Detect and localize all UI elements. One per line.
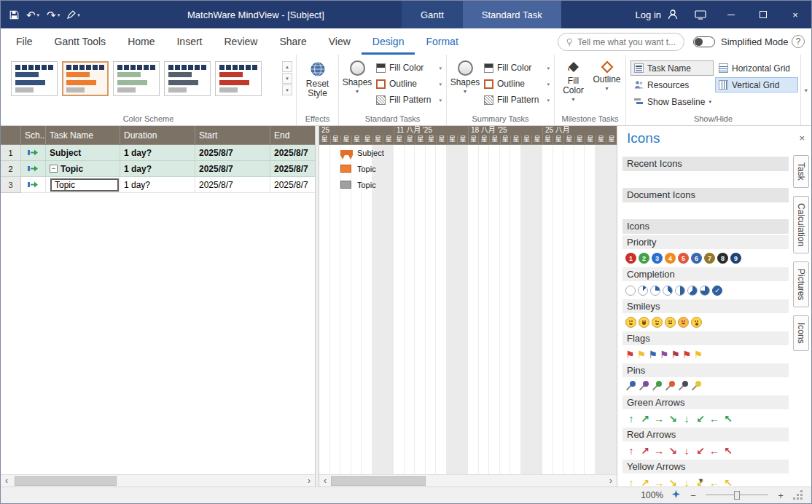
flag-icon[interactable]: ⚑: [660, 350, 669, 360]
arrow-icon[interactable]: ←: [708, 413, 720, 425]
icon-group-red-arrows[interactable]: Red Arrows: [622, 428, 789, 441]
standard-outline-button[interactable]: Outline ▾: [374, 76, 444, 91]
completion-icon[interactable]: [675, 286, 685, 296]
task-bar[interactable]: [340, 165, 351, 173]
arrow-icon[interactable]: ↓: [681, 413, 692, 425]
color-scheme-option-1[interactable]: [11, 61, 58, 96]
arrow-icon[interactable]: ↘: [667, 413, 679, 425]
start-date-cell[interactable]: 2025/8/7: [195, 177, 270, 193]
arrow-icon[interactable]: ↘: [667, 445, 679, 457]
pin-icon[interactable]: [625, 381, 636, 392]
gallery-down-button[interactable]: ▾: [282, 73, 292, 84]
ribbon-tab-gantt-tools[interactable]: Gantt Tools: [44, 28, 117, 55]
priority-4-icon[interactable]: 4: [665, 253, 676, 264]
login-button[interactable]: Log in: [628, 1, 686, 28]
table-header-task-name[interactable]: Task Name: [46, 126, 120, 144]
end-date-cell[interactable]: 2025/8/7: [270, 145, 315, 161]
scheduling-mode-cell[interactable]: [21, 145, 46, 161]
arrow-icon[interactable]: ↑: [625, 413, 637, 425]
task-name-cell[interactable]: Subject: [46, 145, 120, 161]
view-tab-standard-task[interactable]: Standard Task: [463, 1, 561, 28]
chevron-down-icon[interactable]: ▾: [58, 12, 60, 17]
arrow-icon[interactable]: →: [653, 445, 665, 457]
completion-icon[interactable]: [700, 286, 710, 296]
summary-bar[interactable]: [340, 150, 353, 155]
table-row[interactable]: 1 Subject 1 day? 2025/8/7 2025/8/7: [1, 145, 315, 161]
color-scheme-option-5[interactable]: [215, 61, 262, 96]
color-scheme-option-2[interactable]: [62, 61, 109, 96]
ribbon-tab-insert[interactable]: Insert: [165, 28, 213, 55]
panel-close-button[interactable]: ×: [799, 133, 805, 143]
close-button[interactable]: ×: [779, 1, 811, 28]
arrow-icon[interactable]: →: [653, 413, 665, 425]
row-number[interactable]: 3: [1, 177, 21, 193]
flag-icon[interactable]: ⚑: [682, 350, 692, 360]
task-name-cell[interactable]: Topic: [46, 177, 120, 193]
end-date-cell[interactable]: 2025/8/7: [270, 161, 315, 177]
gallery-more-button[interactable]: ▾: [282, 84, 292, 95]
flag-icon[interactable]: ⚑: [648, 350, 657, 360]
arrow-icon[interactable]: ↓: [681, 445, 692, 457]
table-header-end[interactable]: End: [270, 126, 315, 144]
gallery-up-button[interactable]: ▴: [282, 61, 292, 72]
priority-7-icon[interactable]: 7: [704, 253, 715, 264]
tell-me-search[interactable]: Tell me what you want t...: [558, 33, 684, 51]
scroll-left-arrow[interactable]: ‹: [1, 475, 12, 487]
arrow-icon[interactable]: ↗: [639, 413, 651, 425]
arrow-icon[interactable]: ↙: [695, 413, 706, 425]
flag-icon[interactable]: ⚑: [625, 350, 635, 360]
minimize-button[interactable]: [715, 1, 747, 28]
resize-grip[interactable]: [793, 491, 803, 500]
ribbon-tab-view[interactable]: View: [318, 28, 362, 55]
arrow-icon[interactable]: ↖: [722, 477, 734, 487]
ribbon-tab-format[interactable]: Format: [415, 28, 469, 55]
collapse-ribbon-chevron[interactable]: ▾: [804, 87, 808, 94]
table-row[interactable]: 3 Topic 1 day? 2025/8/7 2025/8/7: [1, 177, 315, 193]
duration-cell[interactable]: 1 day?: [120, 161, 195, 177]
table-header-corner[interactable]: [1, 126, 21, 144]
priority-8-icon[interactable]: 8: [717, 253, 728, 264]
scheduling-mode-cell[interactable]: [21, 177, 46, 193]
panel-section-recent-icons[interactable]: Recent Icons: [622, 157, 789, 171]
flag-icon[interactable]: ⚑: [693, 350, 703, 360]
arrow-icon[interactable]: ↖: [722, 445, 734, 457]
standard-fill-color-button[interactable]: Fill Color ▾: [374, 60, 444, 75]
arrow-icon[interactable]: ←: [708, 445, 720, 457]
priority-3-icon[interactable]: 3: [652, 253, 663, 264]
row-number[interactable]: 1: [1, 145, 21, 161]
simplified-mode-toggle[interactable]: [693, 36, 715, 47]
maximize-button[interactable]: [747, 1, 779, 28]
scheduling-mode-cell[interactable]: [21, 161, 46, 177]
view-tab-gantt[interactable]: Gantt: [402, 1, 463, 28]
pin-icon[interactable]: [678, 381, 689, 392]
panel-section-icons[interactable]: Icons: [622, 219, 789, 234]
task-name-edit-box[interactable]: Topic: [50, 178, 119, 192]
completion-icon[interactable]: [663, 286, 673, 296]
summary-shapes-button[interactable]: Shapes ▾: [448, 60, 482, 95]
redo-button[interactable]: ↷▾: [44, 1, 63, 28]
table-header-sch[interactable]: Sch...: [21, 126, 46, 144]
chevron-down-icon[interactable]: ▾: [77, 12, 80, 17]
panel-tab-task[interactable]: Task: [793, 155, 809, 188]
smiley-wink-icon[interactable]: [652, 317, 663, 328]
smiley-surprised-icon[interactable]: [691, 317, 702, 328]
icon-group-smileys[interactable]: Smileys: [622, 299, 789, 313]
arrow-icon[interactable]: ↖: [722, 413, 734, 425]
arrow-icon[interactable]: ←: [708, 477, 720, 487]
collapse-toggle-icon[interactable]: −: [50, 165, 58, 173]
pen-mode-button[interactable]: ▾: [64, 1, 83, 28]
flag-icon[interactable]: ⚑: [671, 350, 680, 360]
table-horizontal-scrollbar[interactable]: ‹ ›: [1, 474, 315, 487]
duration-cell[interactable]: 1 day?: [120, 177, 195, 193]
task-name-cell[interactable]: − Topic: [46, 161, 120, 177]
flag-icon[interactable]: ⚑: [637, 350, 647, 360]
icon-group-completion[interactable]: Completion: [622, 267, 789, 281]
completion-icon[interactable]: [687, 286, 698, 296]
priority-5-icon[interactable]: 5: [678, 253, 689, 264]
ribbon-tab-review[interactable]: Review: [214, 28, 269, 55]
undo-button[interactable]: ↶▾: [23, 1, 42, 28]
summary-outline-button[interactable]: Outline ▾: [482, 76, 552, 91]
completion-icon[interactable]: [650, 286, 660, 296]
save-button[interactable]: [7, 1, 22, 28]
task-name-toggle[interactable]: Task Name: [631, 60, 714, 76]
